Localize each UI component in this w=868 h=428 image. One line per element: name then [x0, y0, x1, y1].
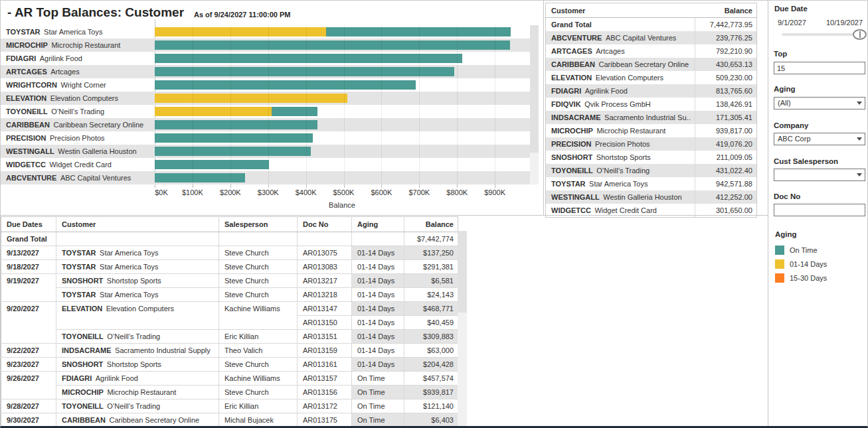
balance-cell[interactable]: 211,009.05: [695, 151, 757, 164]
customer-cell[interactable]: CARIBBEAN Caribbean Secretary Online: [546, 58, 695, 71]
grand-total-value[interactable]: $7,442,774: [404, 232, 458, 246]
balance-cell[interactable]: 171,305.41: [695, 111, 757, 124]
aging-cell[interactable]: On Time: [352, 386, 404, 399]
balance-cell[interactable]: $291,381: [404, 260, 458, 274]
balance-cell[interactable]: $137,250: [404, 246, 458, 260]
bar-segment-on-time[interactable]: [155, 173, 245, 182]
legend-item-on-time[interactable]: On Time: [775, 243, 827, 257]
aging-cell[interactable]: 01-14 Days: [352, 246, 404, 260]
customer-cell[interactable]: MICROCHIP Microchip Restaurant: [546, 124, 695, 137]
bar-segment-01-14-days[interactable]: [155, 107, 272, 116]
balance-cell[interactable]: $6,581: [404, 274, 458, 288]
chart-scrollbar[interactable]: [530, 25, 539, 184]
customer-cell[interactable]: SNOSHORT Shortstop Sports: [56, 274, 219, 288]
balance-cell[interactable]: $939,817: [404, 386, 458, 399]
due-date-cell[interactable]: [1, 386, 56, 399]
customer-cell[interactable]: TOYONEILL O’Neill’s Trading: [56, 330, 219, 344]
bar-segment-on-time[interactable]: [272, 107, 317, 116]
aging-cell[interactable]: 01-14 Days: [352, 288, 404, 302]
due-date-cell[interactable]: 9/20/2027: [1, 302, 56, 316]
aging-cell[interactable]: On Time: [352, 399, 404, 413]
customer-cell[interactable]: SNOSHORT Shortstop Sports: [546, 151, 695, 164]
bar-segment-01-14-days[interactable]: [155, 94, 347, 103]
cust-salesperson-filter-dropdown[interactable]: [774, 169, 865, 181]
bar-segment-on-time[interactable]: [155, 54, 462, 63]
salesperson-cell[interactable]: Michal Bujacek: [219, 413, 298, 427]
balance-cell[interactable]: $204,428: [404, 358, 458, 372]
grand-total-value[interactable]: 7,442,773.95: [695, 18, 757, 32]
chart-row-label[interactable]: WIDGETCC Widget Credit Card: [1, 158, 155, 171]
salesperson-cell[interactable]: [219, 316, 298, 330]
customer-cell[interactable]: [56, 316, 219, 330]
salesperson-cell[interactable]: Eric Killian: [219, 399, 298, 413]
balance-cell[interactable]: 509,230.00: [695, 71, 757, 84]
bar-segment-on-time[interactable]: [326, 27, 511, 36]
bar-segment-on-time[interactable]: [155, 147, 311, 156]
bar-segment-on-time[interactable]: [155, 120, 317, 129]
customer-cell[interactable]: TOYSTAR Star America Toys: [546, 177, 695, 190]
salesperson-cell[interactable]: Steve Church: [219, 274, 298, 288]
balance-cell[interactable]: $121,140: [404, 399, 458, 413]
customer-cell[interactable]: TOYSTAR Star America Toys: [56, 246, 219, 260]
balance-cell[interactable]: $468,771: [404, 302, 458, 316]
chart-row-label[interactable]: WRIGHTCORN Wright Corner: [1, 78, 155, 92]
salesperson-cell[interactable]: Theo Valich: [219, 344, 298, 358]
customer-cell[interactable]: FDIAGRI Agrilink Food: [546, 84, 695, 98]
bar-segment-01-14-days[interactable]: [155, 27, 326, 36]
balance-cell[interactable]: 239,776.25: [695, 31, 757, 44]
customer-cell[interactable]: ARTCAGES Artcages: [546, 44, 695, 58]
balance-cell[interactable]: $40,459: [404, 316, 458, 330]
doc-no-filter-input[interactable]: [774, 204, 865, 216]
chart-row-label[interactable]: FDIAGRI Agrilink Food: [1, 52, 155, 65]
aging-cell[interactable]: On Time: [352, 372, 404, 386]
chart-row-label[interactable]: ARTCAGES Artcages: [1, 65, 155, 78]
doc-no-cell[interactable]: AR013156: [298, 386, 352, 399]
due-date-slider-track[interactable]: [782, 33, 859, 36]
bar-segment-on-time[interactable]: [155, 80, 416, 90]
due-date-cell[interactable]: [1, 288, 56, 302]
salesperson-cell[interactable]: Kachine Williams: [219, 372, 298, 386]
doc-no-cell[interactable]: AR013075: [298, 246, 352, 260]
aging-cell[interactable]: 01-14 Days: [352, 274, 404, 288]
customer-cell[interactable]: TOYSTAR Star America Toys: [56, 260, 219, 274]
balance-cell[interactable]: 138,426.91: [695, 98, 757, 111]
due-date-cell[interactable]: [1, 316, 56, 330]
salesperson-cell[interactable]: Steve Church: [219, 260, 298, 274]
customer-cell[interactable]: TOYONEILL O’Neill’s Trading: [56, 399, 219, 413]
balance-cell[interactable]: $24,143: [404, 288, 458, 302]
balance-cell[interactable]: $6,403: [404, 413, 458, 427]
customer-cell[interactable]: TOYONEILL O’Neill’s Trading: [546, 164, 695, 177]
chart-row-label[interactable]: TOYSTAR Star America Toys: [1, 25, 155, 38]
customer-cell[interactable]: INDSACRAME Sacramento Industrial Supply: [56, 344, 219, 358]
detail-table-scrollbar-thumb[interactable]: [458, 231, 467, 313]
aging-cell[interactable]: 01-14 Days: [352, 358, 404, 372]
salesperson-cell[interactable]: Steve Church: [219, 386, 298, 399]
doc-no-cell[interactable]: AR013159: [298, 344, 352, 358]
aging-cell[interactable]: 01-14 Days: [352, 302, 404, 316]
top-filter-input[interactable]: [774, 62, 865, 74]
balance-cell[interactable]: 942,571.88: [695, 177, 757, 190]
due-date-cell[interactable]: 9/18/2027: [1, 260, 56, 274]
balance-cell[interactable]: 412,252.00: [695, 190, 757, 204]
chart-scrollbar-thumb[interactable]: [530, 25, 539, 153]
doc-no-cell[interactable]: AR013218: [298, 288, 352, 302]
due-date-cell[interactable]: 9/26/2027: [1, 372, 56, 386]
bar-segment-on-time[interactable]: [155, 133, 313, 143]
aging-cell[interactable]: 01-14 Days: [352, 316, 404, 330]
chart-row-label[interactable]: PRECISION Precision Photos: [1, 131, 155, 145]
balance-cell[interactable]: $63,000: [404, 344, 458, 358]
due-date-slider-handle[interactable]: [853, 29, 867, 40]
customer-cell[interactable]: FDIAGRI Agrilink Food: [56, 372, 219, 386]
doc-no-cell[interactable]: AR013172: [298, 399, 352, 413]
customer-cell[interactable]: TOYSTAR Star America Toys: [56, 288, 219, 302]
due-date-cell[interactable]: [1, 330, 56, 344]
doc-no-cell[interactable]: AR013157: [298, 372, 352, 386]
doc-no-cell[interactable]: AR013217: [298, 274, 352, 288]
balance-cell[interactable]: 939,817.00: [695, 124, 757, 137]
due-date-cell[interactable]: 9/28/2027: [1, 399, 56, 413]
aging-cell[interactable]: 01-14 Days: [352, 260, 404, 274]
chart-row-label[interactable]: TOYONEILL O’Neill’s Trading: [1, 105, 155, 118]
balance-cell[interactable]: $309,883: [404, 330, 458, 344]
customer-cell[interactable]: CARIBBEAN Caribbean Secretary Online: [56, 413, 219, 427]
balance-cell[interactable]: 419,076.20: [695, 137, 757, 151]
